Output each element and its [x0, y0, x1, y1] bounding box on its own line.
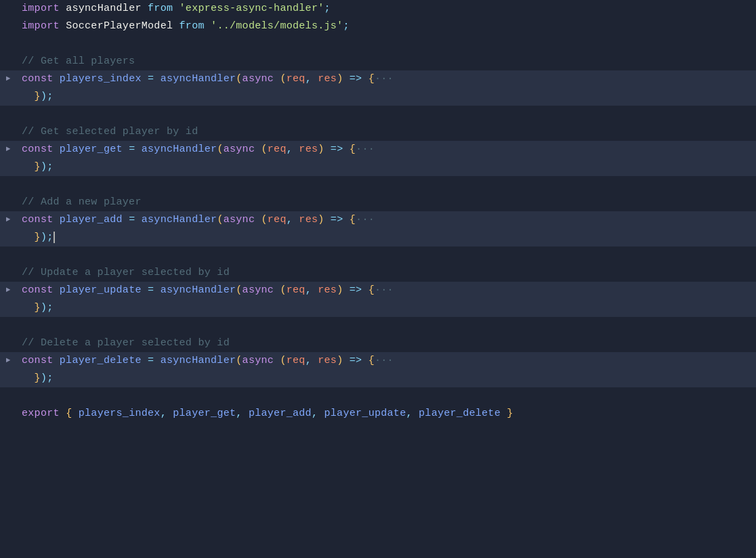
token-identifier: asyncHandler	[66, 3, 148, 14]
token-punct: =	[129, 144, 142, 155]
token-punct: );	[41, 91, 54, 102]
code-content: });	[16, 370, 756, 387]
token-param: req	[268, 144, 287, 155]
token-comment: // Delete a player selected by id	[22, 337, 230, 349]
token-arrow: =>	[343, 284, 368, 296]
fold-arrow-icon[interactable]: ►	[6, 355, 11, 367]
fold-gutter[interactable]: ►	[0, 144, 16, 156]
token-fn-name: players_index	[60, 73, 148, 85]
fold-arrow-icon[interactable]: ►	[6, 144, 11, 156]
code-content: // Get selected player by id	[16, 124, 756, 140]
code-content: // Add a new player	[16, 194, 756, 211]
token-fn-name: players_index	[79, 408, 161, 419]
token-kw-const: const	[22, 144, 60, 155]
token-punct: ,	[306, 73, 318, 85]
code-line: // Delete a player selected by id	[0, 335, 756, 352]
token-paren: (	[236, 355, 242, 366]
token-fn-call: asyncHandler	[161, 355, 236, 366]
token-arrow: =>	[324, 214, 350, 226]
code-line: ►const player_update = asyncHandler(asyn…	[0, 282, 756, 299]
token-kw-const: const	[22, 355, 60, 366]
code-content	[16, 106, 756, 123]
fold-gutter[interactable]: ►	[0, 73, 16, 85]
token-export-kw: export	[22, 408, 66, 419]
code-line: ►const player_get = asyncHandler(async (…	[0, 141, 756, 158]
token-paren: }	[22, 91, 41, 102]
token-param: res	[299, 144, 318, 155]
code-content	[16, 247, 756, 263]
token-paren: )	[318, 144, 324, 155]
token-arrow: =>	[343, 355, 368, 366]
token-paren: (	[280, 284, 286, 296]
token-paren: }	[22, 232, 41, 243]
code-line: // Get all players	[0, 53, 756, 70]
token-kw-async: async	[243, 355, 280, 366]
token-fn-name: player_delete	[60, 355, 148, 366]
fold-arrow-icon[interactable]: ►	[6, 73, 11, 85]
code-line: ►const players_index = asyncHandler(asyn…	[0, 70, 756, 88]
token-ellipsis: ···	[375, 284, 394, 296]
fold-arrow-icon[interactable]: ►	[6, 284, 11, 297]
token-paren: (	[280, 355, 286, 366]
token-kw-const: const	[22, 214, 60, 226]
fold-gutter[interactable]: ►	[0, 284, 16, 297]
code-line	[0, 176, 756, 194]
token-punct: );	[41, 161, 54, 173]
token-punct: ,	[306, 355, 318, 366]
token-param: res	[318, 355, 337, 366]
code-content: const player_get = asyncHandler(async (r…	[16, 142, 756, 158]
token-fn-call: asyncHandler	[142, 214, 217, 226]
fold-gutter[interactable]: ►	[0, 214, 16, 226]
token-punct: );	[41, 232, 54, 243]
token-kw-async: async	[224, 144, 261, 155]
token-fn-name: player_update	[60, 284, 148, 296]
token-punct: =	[148, 355, 161, 366]
code-content: const players_index = asyncHandler(async…	[16, 71, 756, 87]
code-content: const player_delete = asyncHandler(async…	[16, 353, 756, 369]
token-paren: (	[236, 73, 242, 85]
token-paren: (	[261, 214, 268, 226]
token-fn-call: asyncHandler	[161, 73, 236, 85]
token-paren: }	[22, 302, 41, 314]
code-content: // Delete a player selected by id	[16, 335, 756, 351]
token-ellipsis: ···	[356, 144, 375, 155]
token-fn-name: player_delete	[419, 408, 501, 419]
fold-arrow-icon[interactable]: ►	[6, 214, 11, 226]
token-param: req	[287, 284, 306, 296]
token-paren: (	[217, 214, 223, 226]
token-ellipsis: ···	[356, 214, 375, 226]
token-punct: );	[41, 302, 54, 314]
code-content	[16, 177, 756, 193]
fold-gutter[interactable]: ►	[0, 355, 16, 367]
token-punct: ;	[324, 3, 331, 14]
token-ellipsis: ···	[375, 355, 394, 366]
code-content	[16, 388, 756, 404]
token-arrow: =>	[324, 144, 350, 155]
token-fn-name: player_update	[324, 408, 406, 419]
token-comment: // Get all players	[22, 56, 135, 67]
token-fn-name: player_add	[60, 214, 129, 226]
code-content: });	[16, 300, 756, 316]
token-paren: {	[369, 355, 375, 366]
code-line: // Get selected player by id	[0, 123, 756, 141]
code-content: import asyncHandler from 'express-async-…	[16, 1, 756, 17]
code-line	[0, 246, 756, 264]
token-paren: {	[369, 73, 375, 85]
token-param: res	[318, 284, 337, 296]
token-kw-const: const	[22, 73, 60, 85]
code-line	[0, 35, 756, 53]
token-fn-call: asyncHandler	[142, 144, 217, 155]
code-line	[0, 387, 756, 405]
token-brace-open: }	[501, 408, 513, 419]
token-cursor	[54, 232, 55, 243]
code-content: });	[16, 89, 756, 105]
token-param: req	[287, 355, 306, 366]
code-content: export { players_index, player_get, play…	[16, 406, 756, 422]
token-fn-name: player_add	[249, 408, 312, 419]
token-punct: ,	[287, 144, 299, 155]
code-line: export { players_index, player_get, play…	[0, 405, 756, 423]
code-line	[0, 317, 756, 335]
code-content: const player_add = asyncHandler(async (r…	[16, 212, 756, 228]
token-punct: =	[148, 284, 161, 296]
token-punct: ,	[161, 408, 173, 419]
